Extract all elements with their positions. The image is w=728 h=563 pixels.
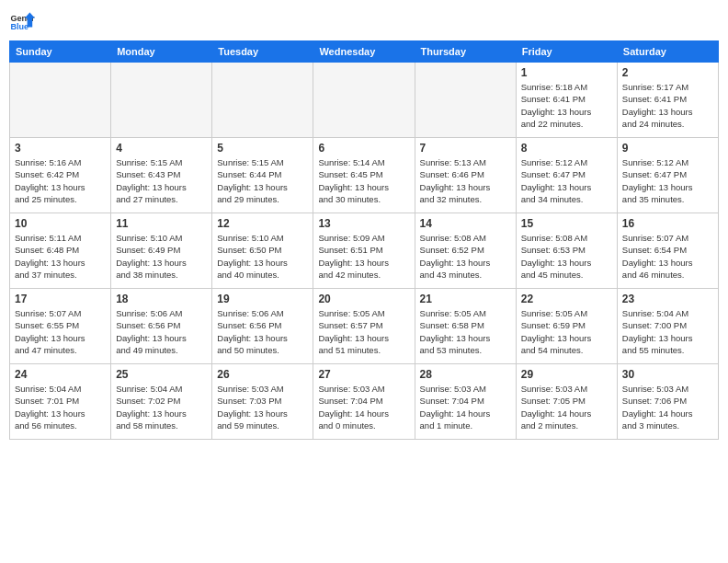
calendar-cell: 3Sunrise: 5:16 AM Sunset: 6:42 PM Daylig…: [10, 138, 111, 213]
day-number: 7: [420, 142, 511, 155]
day-number: 5: [217, 142, 308, 155]
day-number: 4: [116, 142, 207, 155]
calendar-cell: 8Sunrise: 5:12 AM Sunset: 6:47 PM Daylig…: [516, 138, 617, 213]
calendar-cell: [212, 63, 313, 138]
calendar-cell: 12Sunrise: 5:10 AM Sunset: 6:50 PM Dayli…: [212, 213, 313, 289]
day-detail: Sunrise: 5:06 AM Sunset: 6:56 PM Dayligh…: [116, 307, 207, 356]
calendar-week-row: 24Sunrise: 5:04 AM Sunset: 7:01 PM Dayli…: [10, 364, 719, 440]
day-detail: Sunrise: 5:04 AM Sunset: 7:00 PM Dayligh…: [622, 307, 713, 356]
day-detail: Sunrise: 5:09 AM Sunset: 6:51 PM Dayligh…: [318, 232, 409, 281]
weekday-header-thursday: Thursday: [415, 41, 516, 63]
day-number: 2: [622, 66, 713, 79]
day-detail: Sunrise: 5:07 AM Sunset: 6:54 PM Dayligh…: [622, 232, 713, 281]
weekday-header-wednesday: Wednesday: [313, 41, 415, 63]
day-detail: Sunrise: 5:05 AM Sunset: 6:59 PM Dayligh…: [521, 307, 612, 356]
header: General Blue: [9, 9, 719, 35]
calendar-cell: 19Sunrise: 5:06 AM Sunset: 6:56 PM Dayli…: [212, 289, 313, 364]
day-detail: Sunrise: 5:14 AM Sunset: 6:45 PM Dayligh…: [318, 156, 409, 205]
calendar-cell: 10Sunrise: 5:11 AM Sunset: 6:48 PM Dayli…: [10, 213, 111, 289]
day-detail: Sunrise: 5:12 AM Sunset: 6:47 PM Dayligh…: [521, 156, 612, 205]
calendar-week-row: 17Sunrise: 5:07 AM Sunset: 6:55 PM Dayli…: [10, 289, 719, 364]
day-detail: Sunrise: 5:10 AM Sunset: 6:49 PM Dayligh…: [116, 232, 207, 281]
day-detail: Sunrise: 5:04 AM Sunset: 7:02 PM Dayligh…: [116, 383, 207, 431]
weekday-header-sunday: Sunday: [10, 41, 111, 63]
day-number: 26: [217, 368, 308, 381]
day-detail: Sunrise: 5:04 AM Sunset: 7:01 PM Dayligh…: [15, 383, 106, 431]
calendar-cell: 6Sunrise: 5:14 AM Sunset: 6:45 PM Daylig…: [313, 138, 415, 213]
day-number: 16: [622, 217, 713, 230]
weekday-header-monday: Monday: [111, 41, 212, 63]
day-number: 20: [318, 293, 409, 305]
day-detail: Sunrise: 5:03 AM Sunset: 7:05 PM Dayligh…: [521, 383, 612, 431]
weekday-header-saturday: Saturday: [617, 41, 718, 63]
day-detail: Sunrise: 5:16 AM Sunset: 6:42 PM Dayligh…: [15, 156, 106, 205]
calendar-cell: 26Sunrise: 5:03 AM Sunset: 7:03 PM Dayli…: [212, 364, 313, 440]
day-number: 12: [217, 217, 308, 230]
day-detail: Sunrise: 5:03 AM Sunset: 7:03 PM Dayligh…: [217, 383, 308, 431]
day-detail: Sunrise: 5:06 AM Sunset: 6:56 PM Dayligh…: [217, 307, 308, 356]
svg-text:Blue: Blue: [10, 22, 28, 31]
day-number: 24: [15, 368, 106, 381]
day-number: 19: [217, 293, 308, 305]
day-detail: Sunrise: 5:03 AM Sunset: 7:04 PM Dayligh…: [420, 383, 511, 431]
calendar-cell: 21Sunrise: 5:05 AM Sunset: 6:58 PM Dayli…: [415, 289, 516, 364]
day-number: 15: [521, 217, 612, 230]
calendar-cell: 17Sunrise: 5:07 AM Sunset: 6:55 PM Dayli…: [10, 289, 111, 364]
day-number: 27: [318, 368, 409, 381]
day-detail: Sunrise: 5:13 AM Sunset: 6:46 PM Dayligh…: [420, 156, 511, 205]
calendar-cell: 5Sunrise: 5:15 AM Sunset: 6:44 PM Daylig…: [212, 138, 313, 213]
day-number: 6: [318, 142, 409, 155]
day-number: 8: [521, 142, 612, 155]
calendar-cell: 25Sunrise: 5:04 AM Sunset: 7:02 PM Dayli…: [111, 364, 212, 440]
calendar-cell: [111, 63, 212, 138]
calendar-cell: 11Sunrise: 5:10 AM Sunset: 6:49 PM Dayli…: [111, 213, 212, 289]
day-number: 29: [521, 368, 612, 381]
calendar-cell: 22Sunrise: 5:05 AM Sunset: 6:59 PM Dayli…: [516, 289, 617, 364]
calendar-cell: 23Sunrise: 5:04 AM Sunset: 7:00 PM Dayli…: [617, 289, 718, 364]
calendar-cell: 30Sunrise: 5:03 AM Sunset: 7:06 PM Dayli…: [617, 364, 718, 440]
calendar-cell: 13Sunrise: 5:09 AM Sunset: 6:51 PM Dayli…: [313, 213, 415, 289]
day-number: 28: [420, 368, 511, 381]
calendar-cell: 1Sunrise: 5:18 AM Sunset: 6:41 PM Daylig…: [516, 63, 617, 138]
day-number: 21: [420, 293, 511, 305]
day-detail: Sunrise: 5:07 AM Sunset: 6:55 PM Dayligh…: [15, 307, 106, 356]
calendar-cell: 24Sunrise: 5:04 AM Sunset: 7:01 PM Dayli…: [10, 364, 111, 440]
day-detail: Sunrise: 5:15 AM Sunset: 6:43 PM Dayligh…: [116, 156, 207, 205]
calendar-cell: 20Sunrise: 5:05 AM Sunset: 6:57 PM Dayli…: [313, 289, 415, 364]
day-number: 10: [15, 217, 106, 230]
logo: General Blue: [9, 9, 35, 35]
day-number: 22: [521, 293, 612, 305]
weekday-header-tuesday: Tuesday: [212, 41, 313, 63]
day-detail: Sunrise: 5:15 AM Sunset: 6:44 PM Dayligh…: [217, 156, 308, 205]
day-number: 9: [622, 142, 713, 155]
calendar-cell: 2Sunrise: 5:17 AM Sunset: 6:41 PM Daylig…: [617, 63, 718, 138]
calendar-cell: 16Sunrise: 5:07 AM Sunset: 6:54 PM Dayli…: [617, 213, 718, 289]
day-number: 23: [622, 293, 713, 305]
calendar-cell: 4Sunrise: 5:15 AM Sunset: 6:43 PM Daylig…: [111, 138, 212, 213]
day-number: 17: [15, 293, 106, 305]
calendar-table: SundayMondayTuesdayWednesdayThursdayFrid…: [9, 40, 719, 440]
day-number: 13: [318, 217, 409, 230]
day-detail: Sunrise: 5:08 AM Sunset: 6:53 PM Dayligh…: [521, 232, 612, 281]
calendar-cell: [415, 63, 516, 138]
day-detail: Sunrise: 5:08 AM Sunset: 6:52 PM Dayligh…: [420, 232, 511, 281]
calendar-cell: 29Sunrise: 5:03 AM Sunset: 7:05 PM Dayli…: [516, 364, 617, 440]
day-number: 14: [420, 217, 511, 230]
weekday-header-row: SundayMondayTuesdayWednesdayThursdayFrid…: [10, 41, 719, 63]
calendar-week-row: 1Sunrise: 5:18 AM Sunset: 6:41 PM Daylig…: [10, 63, 719, 138]
day-detail: Sunrise: 5:05 AM Sunset: 6:57 PM Dayligh…: [318, 307, 409, 356]
logo-icon: General Blue: [9, 9, 35, 35]
calendar-cell: 7Sunrise: 5:13 AM Sunset: 6:46 PM Daylig…: [415, 138, 516, 213]
day-detail: Sunrise: 5:05 AM Sunset: 6:58 PM Dayligh…: [420, 307, 511, 356]
day-number: 1: [521, 66, 612, 79]
day-detail: Sunrise: 5:18 AM Sunset: 6:41 PM Dayligh…: [521, 81, 612, 130]
day-detail: Sunrise: 5:12 AM Sunset: 6:47 PM Dayligh…: [622, 156, 713, 205]
calendar-cell: 27Sunrise: 5:03 AM Sunset: 7:04 PM Dayli…: [313, 364, 415, 440]
calendar-cell: 18Sunrise: 5:06 AM Sunset: 6:56 PM Dayli…: [111, 289, 212, 364]
calendar-cell: 15Sunrise: 5:08 AM Sunset: 6:53 PM Dayli…: [516, 213, 617, 289]
day-number: 3: [15, 142, 106, 155]
day-detail: Sunrise: 5:03 AM Sunset: 7:06 PM Dayligh…: [622, 383, 713, 431]
calendar-cell: 28Sunrise: 5:03 AM Sunset: 7:04 PM Dayli…: [415, 364, 516, 440]
calendar-cell: [313, 63, 415, 138]
calendar-week-row: 10Sunrise: 5:11 AM Sunset: 6:48 PM Dayli…: [10, 213, 719, 289]
